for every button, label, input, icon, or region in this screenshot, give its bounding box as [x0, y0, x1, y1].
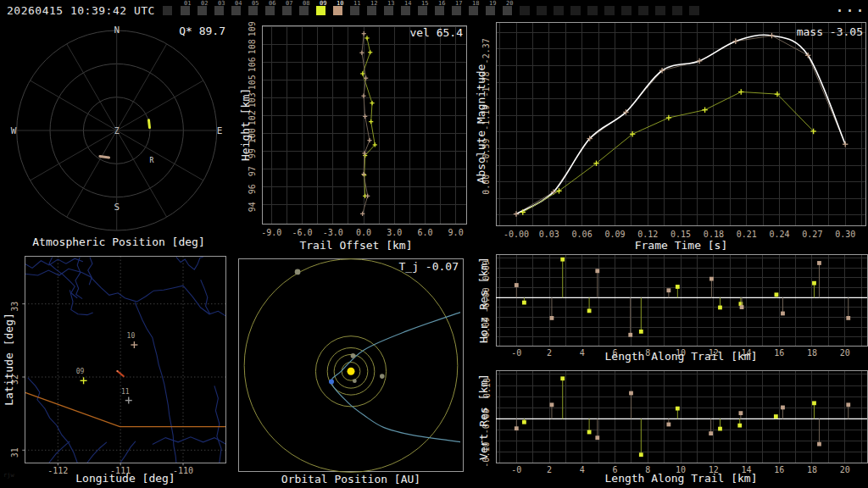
svg-text:108: 108	[248, 39, 257, 54]
mag-axis-labels: -0.000.030.060.090.120.150.180.210.240.2…	[481, 38, 855, 238]
frame-07[interactable]	[282, 6, 292, 15]
planet-orbits	[244, 259, 458, 473]
frame-blank-10	[672, 6, 682, 15]
orbit-plot	[237, 252, 475, 488]
frame-blank-leading	[163, 6, 172, 15]
svg-text:-9.0: -9.0	[261, 228, 281, 237]
svg-text:-6.0: -6.0	[292, 228, 313, 237]
frame-blank-2	[537, 6, 547, 15]
svg-text:-3.0: -3.0	[323, 228, 343, 237]
svg-text:3.0: 3.0	[387, 228, 402, 237]
frame-09[interactable]	[316, 6, 326, 15]
svg-text:0.03: 0.03	[539, 230, 559, 239]
app-root: 20260415 10:39:42 UTC 010203040506070809…	[0, 0, 868, 488]
horz-res-ylabel: Horz Res [km]	[477, 257, 490, 343]
map-country-border	[25, 392, 226, 427]
frame-03[interactable]	[214, 6, 224, 15]
trail-offset-xlabel: Trail Offset [km]	[237, 239, 475, 252]
frame-label-13: 13	[387, 1, 394, 7]
frame-blank-9	[655, 6, 665, 15]
frame-label-14: 14	[404, 1, 411, 7]
trail-grid	[262, 25, 466, 225]
planet-mercury	[353, 379, 357, 383]
mag-series-station-09	[520, 89, 816, 214]
frame-blank-6	[604, 6, 615, 15]
svg-text:9.0: 9.0	[448, 228, 464, 237]
frame-14[interactable]	[401, 6, 410, 15]
vert-res-ylabel: Vert Res [km]	[477, 374, 490, 460]
frame-18[interactable]	[469, 6, 478, 15]
svg-text:6.0: 6.0	[417, 228, 432, 237]
frame-label-10: 10	[337, 1, 343, 7]
frame-label-06: 06	[269, 1, 275, 7]
frame-label-16: 16	[438, 1, 445, 7]
tisserand-label: T_j -0.07	[339, 260, 459, 273]
frame-06[interactable]	[265, 6, 275, 15]
svg-text:109: 109	[248, 21, 257, 36]
magnitude-ylabel: Absolute Magnitude	[475, 64, 487, 184]
map-station-09: 09	[76, 368, 87, 384]
frame-02[interactable]	[198, 6, 207, 15]
svg-text:33: 33	[10, 302, 19, 312]
frame-blank-11	[689, 6, 699, 15]
frame-blank-7	[621, 6, 632, 15]
svg-text:R: R	[150, 157, 154, 164]
frame-19[interactable]	[486, 6, 495, 15]
frame-05[interactable]	[248, 6, 258, 15]
frame-12[interactable]	[367, 6, 376, 15]
magnitude-panel: -0.000.030.060.090.120.150.180.210.240.2…	[475, 20, 868, 253]
svg-text:31: 31	[10, 447, 19, 458]
svg-text:-0.00: -0.00	[504, 230, 529, 239]
svg-text:0.24: 0.24	[770, 230, 790, 239]
trail-series-station-10	[359, 31, 371, 216]
frame-01[interactable]	[181, 6, 190, 15]
map-rivers	[25, 257, 226, 463]
svg-text:96: 96	[248, 184, 257, 194]
planet-venus	[351, 353, 356, 358]
frame-blank-5	[587, 6, 598, 15]
planet-earth	[329, 379, 334, 384]
menu-dots[interactable]: ...	[836, 0, 865, 15]
map-ylabel: Latitude [deg]	[3, 313, 15, 406]
vert-res-series-station-09	[522, 376, 816, 457]
radiant-marker: R	[150, 157, 154, 164]
frame-label-12: 12	[370, 1, 377, 7]
map-grid	[25, 257, 225, 463]
residuals-plot: -024681012141618200.09-0.00-0.09-0246810…	[475, 252, 868, 488]
svg-text:09: 09	[76, 368, 85, 375]
frame-17[interactable]	[452, 6, 461, 15]
svg-text:0.27: 0.27	[802, 230, 822, 239]
frame-13[interactable]	[384, 6, 393, 15]
frame-blank-4	[570, 6, 581, 15]
magnitude-plot: -0.000.030.060.090.120.150.180.210.240.2…	[475, 20, 868, 253]
horz-res-xlabel: Length Along Trail [km]	[496, 350, 866, 363]
frame-label-03: 03	[218, 1, 225, 7]
map-ground-track	[116, 370, 123, 376]
svg-text:10: 10	[127, 332, 136, 340]
map-axis-labels: -112-111-110333231	[10, 302, 193, 475]
frame-blank-8	[638, 6, 648, 15]
frame-11[interactable]	[350, 6, 359, 15]
vert-res-axis-labels: -024681012141618200.10-0.00-0.10	[482, 378, 850, 474]
orbit-panel	[237, 252, 475, 488]
svg-text:E: E	[217, 125, 223, 136]
frame-label-02: 02	[201, 1, 208, 7]
svg-text:97: 97	[248, 166, 257, 176]
frame-20[interactable]	[503, 6, 512, 15]
trail-offset-ylabel: Height [km]	[239, 88, 252, 161]
frame-04[interactable]	[231, 6, 241, 15]
frame-10[interactable]	[333, 6, 342, 15]
map-plot: -112-111-110333231091011	[0, 252, 237, 488]
sun-marker	[348, 368, 355, 375]
frame-label-19: 19	[489, 1, 496, 7]
map-xlabel: Longitude [deg]	[0, 472, 251, 485]
trail-offset-panel: -9.0-6.0-3.00.03.06.09.01091081061051031…	[237, 20, 475, 253]
velocity-label: vel 65.4	[339, 26, 463, 39]
svg-text:0.18: 0.18	[704, 230, 724, 239]
svg-text:0.09: 0.09	[604, 230, 625, 239]
frame-16[interactable]	[435, 6, 444, 15]
horz-res-series-station-10	[515, 261, 850, 337]
svg-text:S: S	[114, 202, 120, 213]
frame-08[interactable]	[299, 6, 309, 15]
frame-15[interactable]	[418, 6, 427, 15]
